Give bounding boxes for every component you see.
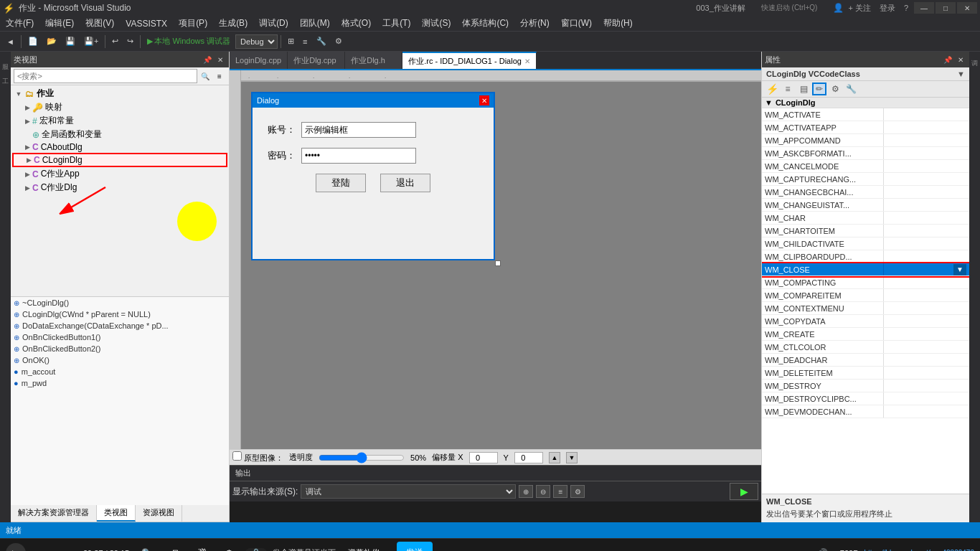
prop-wm-contextmenu[interactable]: WM_CONTEXTMENU [762, 302, 969, 315]
offset-y-input[interactable] [514, 452, 543, 463]
menu-debug[interactable]: 调试(D) [253, 16, 294, 31]
toolbar-start[interactable]: ▶ 本地 Windows 调试器 [143, 34, 234, 50]
prop-wm-destroyclipbc[interactable]: WM_DESTROYCLIPBC... [762, 392, 969, 405]
taskbar-danmu-icon[interactable]: 弹 [192, 542, 213, 552]
resize-handle-br[interactable] [495, 260, 501, 266]
tree-item-cabout[interactable]: ▶ C CAboutDlg [12, 141, 227, 153]
tree-item-clogin[interactable]: ▶ C CLoginDlg [12, 153, 227, 167]
member-accout[interactable]: ● m_accout [11, 366, 229, 377]
dialog-account-input[interactable] [301, 122, 416, 138]
prop-wm-copydata[interactable]: WM_COPYDATA [762, 315, 969, 328]
prop-wm-chartoitem[interactable]: WM_CHARTOITEM [762, 225, 969, 237]
prop-wm-close[interactable]: WM_CLOSE ▼ [762, 263, 969, 276]
tree-item-mapping[interactable]: ▶ 🔑 映射 [12, 100, 227, 114]
toolbar-redo[interactable]: ↪ [123, 34, 137, 50]
prototype-checkbox[interactable] [232, 451, 242, 461]
prop-wm-cancelmode[interactable]: WM_CANCELMODE [762, 160, 969, 173]
menu-vassistx[interactable]: VASSISTX [120, 17, 173, 30]
search-extra-btn[interactable]: ≡ [213, 70, 226, 83]
prop-wm-ctlcolor[interactable]: WM_CTLCOLOR [762, 341, 969, 354]
scroll-down-btn[interactable]: ▼ [566, 452, 578, 463]
taskbar-play[interactable]: ▶ [6, 543, 26, 552]
debug-config-select[interactable]: Debug [235, 34, 278, 49]
taskbar-send-btn[interactable]: 发送 [397, 542, 433, 552]
minimize-button[interactable]: — [914, 2, 934, 14]
prop-wm-appcommand[interactable]: WM_APPCOMMAND [762, 134, 969, 147]
output-source-select[interactable]: 调试 [301, 484, 516, 499]
toolbar-misc4[interactable]: ⚙ [331, 34, 346, 50]
prop-tb-sort[interactable]: ≡ [781, 83, 795, 95]
taskbar-search[interactable]: 🔍 [135, 542, 159, 552]
prop-category-clogin[interactable]: ▼ CLoginDlg [762, 98, 969, 108]
login-label2[interactable]: 登录 [880, 3, 895, 14]
menu-test[interactable]: 测试(S) [416, 16, 456, 31]
toolbar-back[interactable]: ◄ [3, 34, 18, 50]
prop-wm-clipboardupd[interactable]: WM_CLIPBOARDUPD... [762, 250, 969, 263]
output-btn4[interactable]: ⚙ [570, 485, 585, 498]
dialog-password-input[interactable] [301, 148, 416, 164]
toolbar-new[interactable]: 📄 [24, 34, 42, 50]
prop-wm-destroy[interactable]: WM_DESTROY [762, 380, 969, 392]
prop-tb-active[interactable]: ✏ [812, 83, 826, 95]
member-constructor[interactable]: ⊕ CLoginDlg(CWnd * pParent = NULL) [11, 309, 229, 320]
toolbar-open[interactable]: 📂 [43, 34, 60, 50]
taskbar-gift-btn[interactable]: 弹幕礼仪 › [341, 542, 391, 552]
prop-wm-compacting[interactable]: WM_COMPACTING [762, 276, 969, 289]
prop-wm-capturechange[interactable]: WM_CAPTURECHANG... [762, 173, 969, 186]
close-button[interactable]: ✕ [957, 2, 977, 14]
panel-pin-btn[interactable]: 📌 [202, 54, 213, 65]
tab-resource-dialog[interactable]: 作业.rc - IDD_DIALOG1 - Dialog ✕ [402, 52, 537, 69]
prop-tb-events[interactable]: ⚡ [765, 83, 779, 95]
prop-wm-activate[interactable]: WM_ACTIVATE [762, 108, 969, 121]
member-pwd[interactable]: ● m_pwd [11, 377, 229, 389]
transparency-slider[interactable] [319, 452, 405, 463]
dialog-login-button[interactable]: 登陆 [316, 174, 366, 192]
tree-item-capp[interactable]: ▶ C C作业App [12, 167, 227, 181]
prop-tb-extra[interactable]: 🔧 [844, 83, 858, 95]
prop-wm-activateapp[interactable]: WM_ACTIVATEAPP [762, 121, 969, 134]
scroll-up-btn[interactable]: ▲ [549, 452, 560, 463]
prop-wm-close-dropdown[interactable]: ▼ [953, 264, 966, 276]
prop-wm-create[interactable]: WM_CREATE [762, 328, 969, 341]
prop-wm-deleteitem[interactable]: WM_DELETEITEM [762, 367, 969, 380]
toolbar-misc2[interactable]: ≡ [299, 34, 311, 50]
designer-area[interactable]: . . . . . Dialog ✕ 账号： [230, 70, 761, 449]
toolbar-misc3[interactable]: 🔧 [313, 34, 330, 50]
menu-team[interactable]: 团队(M) [294, 16, 336, 31]
member-onok[interactable]: ⊕ OnOK() [11, 354, 229, 366]
prop-wm-changecb[interactable]: WM_CHANGECBCHAI... [762, 186, 969, 199]
prop-pin-btn[interactable]: 📌 [942, 54, 953, 65]
tree-item-macros[interactable]: ▶ # 宏和常量 [12, 114, 227, 128]
tab-logindlg-cpp[interactable]: LoginDlg.cpp [230, 52, 288, 69]
prop-wm-devmodechan[interactable]: WM_DEVMODECHAN... [762, 405, 969, 418]
menu-edit[interactable]: 编辑(E) [39, 16, 80, 31]
menu-build[interactable]: 生成(B) [213, 16, 253, 31]
dialog-exit-button[interactable]: 退出 [380, 174, 430, 192]
login-label[interactable]: + 关注 [848, 3, 870, 14]
taskbar-window[interactable]: 🖥 [164, 542, 186, 552]
member-destructor[interactable]: ⊕ ~CLoginDlg() [11, 297, 229, 309]
tree-root[interactable]: ▼ 🗂 作业 [12, 87, 227, 100]
menu-arch[interactable]: 体系结构(C) [456, 16, 514, 31]
menu-tools[interactable]: 工具(T) [377, 16, 416, 31]
prop-wm-char[interactable]: WM_CHAR [762, 212, 969, 225]
taskbar-volume[interactable]: 🔊 [811, 542, 834, 552]
menu-format[interactable]: 格式(O) [336, 16, 377, 31]
tab-solution-explorer[interactable]: 解决方案资源管理器 [11, 505, 97, 522]
menu-help[interactable]: 帮助(H) [598, 16, 639, 31]
taskbar-btn1[interactable]: ⏮ [32, 542, 52, 552]
output-btn2[interactable]: ⊖ [536, 485, 550, 498]
menu-file[interactable]: 文件(F) [0, 16, 39, 31]
tab-zuoye-dlg-cpp[interactable]: 作业Dlg.cpp [288, 52, 345, 69]
taskbar-btn2[interactable]: ⏭ [57, 542, 77, 552]
output-btn3[interactable]: ≡ [553, 485, 567, 498]
output-btn1[interactable]: ⊕ [519, 485, 533, 498]
toolbar-undo[interactable]: ↩ [108, 34, 122, 50]
search-button[interactable]: 🔍 [199, 70, 212, 83]
dialog-preview[interactable]: Dialog ✕ 账号： 密码： 登陆 退出 [251, 92, 495, 260]
panel-close-btn[interactable]: ✕ [215, 54, 226, 65]
strip-toolbox[interactable]: 工 [0, 69, 11, 77]
tab-close-btn[interactable]: ✕ [524, 57, 530, 65]
offset-x-input[interactable] [469, 452, 498, 463]
help-btn[interactable]: ? [904, 4, 908, 12]
